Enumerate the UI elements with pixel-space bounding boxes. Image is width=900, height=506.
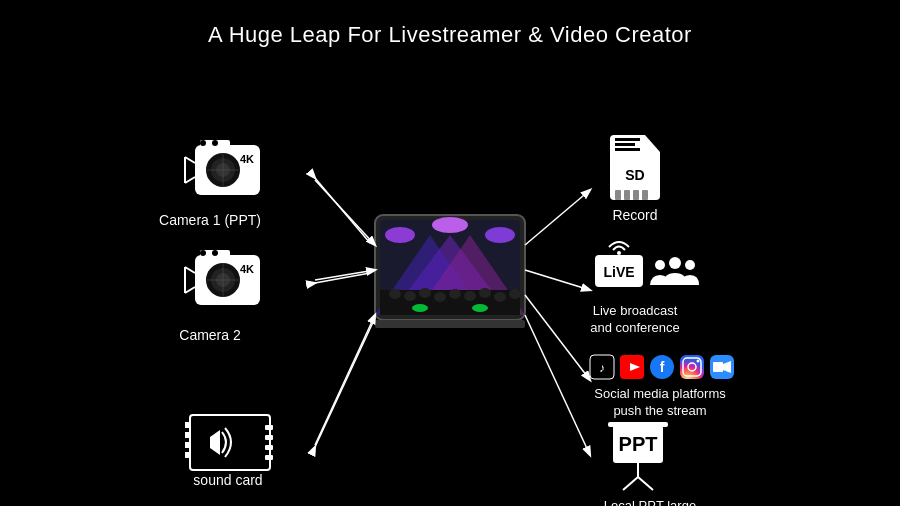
svg-point-17 — [509, 289, 521, 299]
svg-line-23 — [315, 270, 375, 280]
social-media-label2: push the stream — [613, 403, 706, 418]
svg-text:LiVE: LiVE — [603, 264, 634, 280]
svg-point-5 — [385, 227, 415, 243]
svg-point-15 — [479, 288, 491, 298]
svg-text:4K: 4K — [240, 153, 254, 165]
svg-rect-71 — [615, 148, 640, 151]
svg-text:4K: 4K — [240, 263, 254, 275]
svg-rect-75 — [642, 190, 648, 200]
svg-point-82 — [655, 260, 665, 270]
svg-point-19 — [472, 304, 488, 312]
live-broadcast-label2: and conference — [590, 320, 680, 335]
svg-point-7 — [485, 227, 515, 243]
svg-line-27 — [525, 190, 590, 245]
svg-point-6 — [432, 217, 468, 233]
svg-rect-72 — [615, 190, 621, 200]
svg-rect-65 — [265, 445, 273, 450]
svg-rect-66 — [265, 455, 273, 460]
svg-rect-61 — [185, 452, 190, 458]
svg-text:PPT: PPT — [619, 433, 658, 455]
svg-rect-74 — [633, 190, 639, 200]
svg-point-18 — [412, 304, 428, 312]
svg-point-13 — [449, 289, 461, 299]
svg-rect-101 — [608, 422, 668, 427]
svg-rect-63 — [265, 425, 273, 430]
svg-point-14 — [464, 291, 476, 301]
svg-point-81 — [685, 260, 695, 270]
ppt-icon: PPT — [608, 422, 668, 490]
social-media-label: Social media platforms — [594, 386, 726, 401]
center-device — [375, 215, 525, 328]
svg-text:SD: SD — [625, 167, 644, 183]
svg-line-99 — [623, 477, 638, 490]
svg-line-30 — [525, 315, 590, 455]
svg-point-53 — [200, 250, 206, 256]
svg-marker-62 — [210, 430, 220, 455]
svg-rect-73 — [624, 190, 630, 200]
svg-point-92 — [697, 360, 700, 363]
camera1-label: Camera 1 (PPT) — [159, 212, 261, 228]
svg-point-9 — [389, 289, 401, 299]
conference-icon — [650, 257, 699, 285]
camera2-icon: 4K — [185, 250, 260, 305]
svg-rect-58 — [185, 422, 190, 428]
svg-point-54 — [212, 250, 218, 256]
svg-point-12 — [434, 292, 446, 302]
record-icon: SD — [610, 135, 660, 200]
svg-rect-60 — [185, 442, 190, 448]
svg-rect-64 — [265, 435, 273, 440]
camera2-label: Camera 2 — [179, 327, 241, 343]
svg-point-79 — [617, 251, 621, 255]
svg-line-28 — [525, 270, 590, 290]
ppt-label: Local PPT large — [604, 498, 696, 506]
svg-point-80 — [669, 257, 681, 269]
sound-card-icon — [185, 415, 273, 470]
social-media-icons: ♪ f — [590, 355, 734, 379]
svg-rect-70 — [615, 143, 635, 146]
page-title: A Huge Leap For Livestreamer & Video Cre… — [0, 0, 900, 48]
svg-line-50 — [185, 267, 195, 273]
svg-point-40 — [200, 140, 206, 146]
svg-point-16 — [494, 292, 506, 302]
svg-line-26 — [315, 318, 375, 447]
camera1-icon: 4K — [185, 140, 260, 195]
svg-line-51 — [185, 287, 195, 293]
sound-card-label: sound card — [193, 472, 262, 488]
svg-text:f: f — [660, 359, 665, 375]
svg-point-10 — [404, 291, 416, 301]
svg-line-25 — [315, 315, 375, 445]
live-broadcast-icon: LiVE — [595, 242, 643, 287]
record-label: Record — [612, 207, 657, 223]
svg-rect-69 — [615, 138, 640, 141]
svg-line-22 — [315, 178, 370, 243]
svg-line-37 — [185, 157, 195, 163]
svg-point-11 — [419, 288, 431, 298]
svg-point-41 — [212, 140, 218, 146]
svg-rect-94 — [713, 362, 723, 372]
svg-text:♪: ♪ — [599, 361, 605, 375]
svg-line-38 — [185, 177, 195, 183]
live-broadcast-label: Live broadcast — [593, 303, 678, 318]
svg-line-100 — [638, 477, 653, 490]
svg-rect-59 — [185, 432, 190, 438]
svg-rect-20 — [375, 320, 525, 328]
